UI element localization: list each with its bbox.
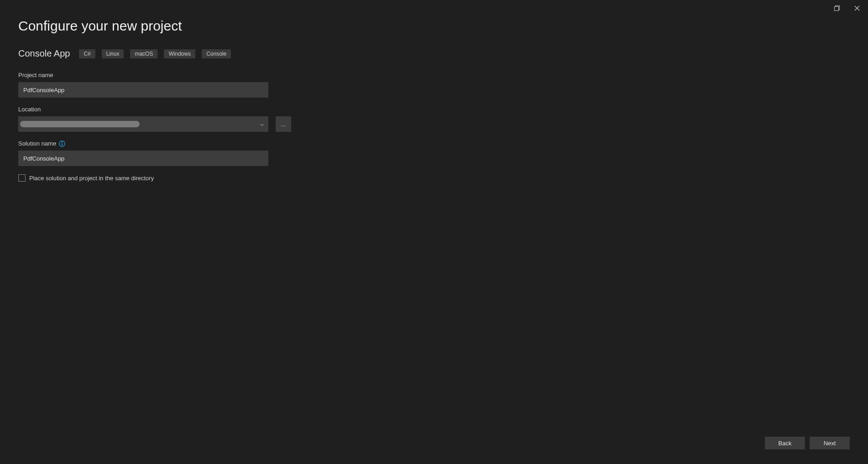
info-icon[interactable] (59, 141, 65, 147)
main-content: Configure your new project Console App C… (0, 0, 868, 182)
restore-window-icon[interactable] (832, 4, 842, 13)
template-tag: macOS (130, 49, 157, 58)
browse-location-button[interactable]: ... (276, 116, 291, 132)
svg-rect-1 (835, 7, 839, 11)
project-name-group: Project name (18, 72, 292, 98)
location-label: Location (18, 106, 292, 113)
template-tag: Windows (164, 49, 195, 58)
template-header-row: Console App C# Linux macOS Windows Conso… (18, 48, 850, 59)
template-name: Console App (18, 48, 70, 59)
window-titlebar-controls (826, 0, 868, 16)
solution-name-input[interactable] (18, 151, 268, 166)
svg-point-5 (62, 142, 63, 143)
next-button[interactable]: Next (810, 437, 850, 449)
same-directory-label[interactable]: Place solution and project in the same d… (29, 175, 154, 182)
same-directory-row: Place solution and project in the same d… (18, 174, 850, 182)
footer-buttons: Back Next (765, 437, 850, 449)
template-tag: C# (79, 49, 95, 58)
template-tag: Linux (102, 49, 124, 58)
back-button[interactable]: Back (765, 437, 805, 449)
svg-rect-6 (62, 143, 63, 146)
project-name-label: Project name (18, 72, 292, 78)
location-group: Location ... (18, 106, 292, 132)
template-tag: Console (202, 49, 231, 58)
location-combobox[interactable] (18, 116, 268, 132)
page-title: Configure your new project (18, 18, 850, 34)
solution-name-label: Solution name (18, 140, 56, 147)
solution-name-group: Solution name (18, 140, 292, 166)
same-directory-checkbox[interactable] (18, 174, 26, 182)
project-name-input[interactable] (18, 82, 268, 98)
close-window-icon[interactable] (852, 4, 862, 13)
